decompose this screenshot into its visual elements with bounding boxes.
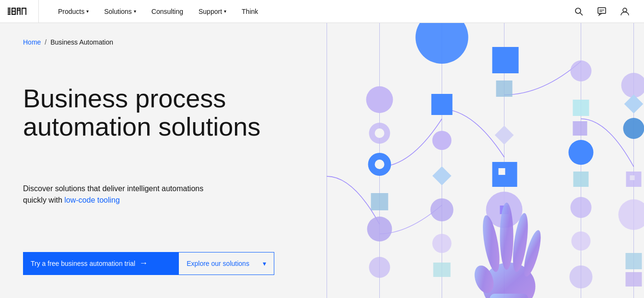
svg-point-45 [431, 198, 454, 221]
svg-point-18 [575, 8, 581, 13]
svg-rect-56 [573, 121, 587, 136]
nav-item-support[interactable]: Support ▾ [191, 0, 234, 23]
svg-rect-17 [25, 8, 26, 15]
nav-item-products[interactable]: Products ▾ [50, 0, 96, 23]
chevron-down-icon: ▾ [134, 9, 136, 14]
breadcrumb-home-link[interactable]: Home [23, 38, 41, 46]
svg-rect-1 [8, 9, 11, 10]
svg-rect-55 [573, 100, 589, 116]
nav-item-think[interactable]: Think [234, 0, 266, 23]
svg-rect-68 [626, 253, 642, 269]
svg-point-43 [433, 131, 452, 150]
hero-content: Home / Business Automation Business proc… [0, 23, 316, 298]
explore-solutions-button[interactable]: Explore our solutions ▾ [178, 252, 274, 275]
hero-illustration [316, 23, 644, 298]
svg-rect-69 [626, 272, 642, 287]
search-icon [574, 7, 584, 16]
svg-rect-24 [316, 23, 644, 298]
svg-rect-3 [8, 12, 11, 13]
svg-rect-9 [15, 8, 16, 11]
chevron-down-icon: ▾ [263, 260, 266, 267]
nav-item-consulting[interactable]: Consulting [144, 0, 191, 23]
svg-point-40 [369, 257, 390, 278]
hero-title: Business process automation solutions [23, 84, 293, 141]
svg-rect-31 [492, 47, 519, 73]
chevron-down-icon: ▾ [86, 9, 89, 14]
breadcrumb-current: Business Automation [50, 38, 113, 46]
svg-point-39 [367, 217, 392, 241]
svg-point-54 [571, 60, 592, 81]
user-icon [620, 7, 630, 16]
main-nav: Products ▾ Solutions ▾ Consulting Suppor… [0, 0, 644, 23]
svg-point-23 [623, 8, 627, 12]
user-button[interactable] [613, 0, 636, 23]
svg-rect-8 [12, 13, 15, 14]
svg-point-46 [433, 234, 452, 253]
svg-rect-10 [15, 11, 16, 15]
svg-rect-58 [574, 172, 589, 187]
chevron-down-icon: ▾ [224, 9, 226, 14]
svg-rect-38 [371, 193, 388, 210]
svg-point-35 [375, 128, 385, 138]
svg-rect-53 [496, 80, 513, 97]
svg-point-59 [571, 197, 592, 218]
svg-point-57 [569, 140, 594, 165]
svg-point-33 [366, 86, 393, 113]
breadcrumb-separator: / [45, 38, 47, 46]
nav-item-solutions[interactable]: Solutions ▾ [96, 0, 144, 23]
arrow-right-icon: → [139, 258, 148, 268]
svg-rect-7 [12, 11, 15, 11]
svg-rect-4 [8, 13, 11, 14]
svg-rect-20 [598, 8, 606, 13]
svg-point-63 [623, 118, 644, 139]
ibm-logo[interactable] [8, 0, 39, 23]
breadcrumb: Home / Business Automation [23, 38, 293, 46]
nav-links: Products ▾ Solutions ▾ Consulting Suppor… [50, 0, 567, 23]
svg-rect-76 [490, 294, 528, 298]
svg-line-19 [580, 13, 583, 15]
trial-button[interactable]: Try a free business automation trial → [23, 252, 178, 275]
svg-point-73 [500, 203, 514, 270]
hero-section: Home / Business Automation Business proc… [0, 23, 644, 298]
svg-rect-5 [12, 8, 12, 15]
svg-rect-49 [499, 168, 505, 175]
svg-point-60 [572, 231, 591, 251]
svg-rect-47 [433, 263, 451, 277]
svg-rect-0 [8, 8, 11, 9]
low-code-link[interactable]: low-code tooling [64, 196, 120, 204]
chat-icon [597, 7, 607, 16]
svg-rect-66 [630, 175, 635, 180]
hero-subtitle: Discover solutions that deliver intellig… [23, 183, 224, 206]
svg-rect-15 [18, 10, 20, 11]
nav-icon-group [567, 0, 636, 23]
svg-rect-14 [22, 8, 23, 15]
svg-rect-13 [20, 8, 21, 15]
svg-point-37 [375, 160, 385, 169]
svg-point-61 [570, 265, 593, 288]
chat-button[interactable] [590, 0, 613, 23]
search-button[interactable] [567, 0, 590, 23]
svg-rect-11 [17, 8, 18, 15]
svg-rect-6 [12, 8, 15, 9]
svg-rect-2 [8, 11, 11, 11]
hero-buttons: Try a free business automation trial → E… [23, 252, 293, 275]
